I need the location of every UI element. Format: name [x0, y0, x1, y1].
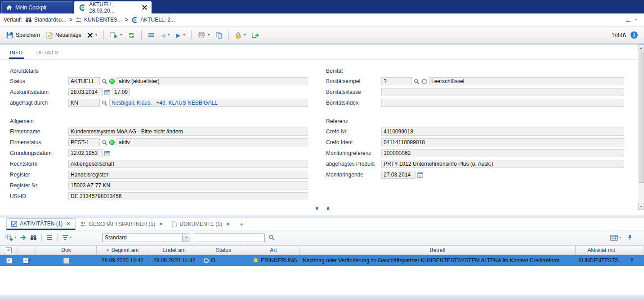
scrollbar-track[interactable] [638, 183, 644, 203]
user-link[interactable]: Nesbigall, Klaus, , +49, KLAUS NESBIGALL [112, 100, 218, 106]
monitoringreferenz-field[interactable]: 100000062 [381, 149, 624, 157]
collapse-down-icon[interactable]: ∨ [315, 205, 319, 211]
row-select-cell[interactable]: ✓ [0, 255, 18, 266]
bonitaetsklasse-field[interactable] [381, 88, 624, 96]
firmenstatus-text-field[interactable]: aktiv [116, 138, 308, 146]
header-art[interactable]: Art [247, 246, 300, 255]
select-all-checkbox[interactable]: ✓ [6, 247, 12, 253]
chevron-down-icon[interactable]: ▾ [29, 259, 31, 262]
previous-record-button[interactable]: ◀ ▾ [159, 31, 171, 40]
auskunftsdatum-field[interactable]: 28.03.2014 [68, 88, 103, 96]
window-tab-mein-cockpit[interactable]: Mein Cockpit [1, 1, 73, 13]
tab-details[interactable]: DETAILS [36, 48, 59, 59]
field-row-rechtsform: Rechtsform Aktiengesellschaft [10, 159, 308, 169]
status-text-field[interactable]: aktiv (aktuellster) [116, 77, 308, 85]
close-tab-icon[interactable]: ✕ [226, 222, 230, 227]
bonitaetsampel-code-field[interactable]: ? [381, 77, 412, 85]
tab-dokumente[interactable]: DOKUMENTE (1) ✕ [167, 218, 234, 230]
calendar-icon[interactable] [104, 89, 110, 95]
header-endet-am[interactable]: Endet am [148, 246, 200, 255]
close-tab-icon[interactable]: ✕ [66, 221, 70, 226]
header-activity-type[interactable] [18, 246, 36, 255]
lookup-icon[interactable] [102, 100, 107, 106]
grid-settings-button[interactable]: ▾ [610, 235, 621, 241]
view-select[interactable]: Standard ▾ [102, 234, 190, 242]
collapse-up-icon[interactable]: ∧ [326, 205, 330, 211]
window-tab-aktuell[interactable]: AKTUELL, 28.03.20... [74, 1, 152, 13]
lock-button[interactable]: ▾ [233, 30, 247, 40]
panel-splitter[interactable] [0, 215, 644, 218]
gruendungsdatum-field[interactable]: 12.02.1953 [68, 149, 103, 157]
bonitaetsindex-field[interactable] [381, 99, 624, 107]
pin-icon[interactable] [627, 234, 632, 241]
row-checkbox[interactable]: ✓ [6, 258, 12, 264]
breadcrumb-item-kundentest[interactable]: KUNDENTES... [76, 17, 122, 23]
search-icon[interactable] [268, 234, 275, 241]
add-related-button[interactable]: ▾ [108, 30, 124, 40]
form-scrollbar[interactable]: ▲ ▼ [638, 44, 644, 210]
header-status[interactable]: Status [200, 246, 247, 255]
info-icon[interactable]: i [631, 31, 638, 39]
row-type-cell[interactable]: ✓▾ [18, 255, 36, 266]
lookup-icon[interactable] [414, 79, 420, 84]
combo-dropdown-button[interactable]: ▾ [182, 234, 190, 242]
breadcrumb-item-standardsuche[interactable]: Standardsu... [25, 17, 66, 23]
copy-button[interactable] [214, 30, 224, 40]
close-tab-icon[interactable]: ✕ [159, 222, 163, 227]
field-row-crefo-nr: Crefo Nr. 4110099018 [326, 126, 624, 137]
print-button[interactable]: ▾ [196, 30, 211, 40]
add-tab-button[interactable]: + [234, 221, 249, 230]
history-back-icon[interactable]: ← [625, 16, 632, 24]
history-dropdown-icon[interactable]: ▾ [635, 18, 637, 22]
header-betreff[interactable]: Betreff [300, 246, 576, 255]
save-button[interactable]: Speichern [4, 30, 42, 40]
delete-button[interactable]: ▾ [86, 31, 99, 40]
breadcrumb-item-aktuell[interactable]: AKTUELL, 2... [131, 17, 175, 23]
rechtsform-field[interactable]: Aktiengesellschaft [68, 160, 308, 168]
monitoringende-field[interactable]: 27.03.2014 [381, 171, 416, 179]
auskunftszeit-field[interactable]: 17:09 [112, 88, 130, 96]
tab-info[interactable]: INFO [9, 48, 24, 59]
scroll-down-icon[interactable]: ▼ [638, 203, 644, 210]
header-beginnt-am[interactable]: Beginnt am [97, 246, 148, 255]
firmenname-field[interactable]: Kundentestsystem MoA AG - Bitte nicht än… [68, 128, 308, 136]
export-button[interactable] [250, 30, 261, 40]
calendar-icon[interactable] [104, 150, 110, 156]
new-record-button[interactable]: Neuanlage [45, 30, 83, 40]
ust-id-field[interactable]: DE 21345798013456 [68, 192, 308, 200]
filter-button[interactable]: ▾ [62, 235, 72, 240]
next-record-button[interactable]: ▶ ▾ [174, 31, 187, 40]
assign-button[interactable] [20, 235, 27, 240]
calendar-icon[interactable] [417, 172, 423, 178]
list-view-button[interactable] [146, 31, 156, 40]
abgefragtes-produkt-field[interactable]: PRTY-1012 Unternehmensinfo Plus (o. Ausk… [381, 160, 624, 168]
abgefragt-durch-code-field[interactable]: KN [68, 99, 100, 107]
status-code-field[interactable]: AKTUELL [68, 77, 100, 85]
scroll-up-icon[interactable]: ▲ [638, 44, 644, 51]
tab-aktivitaeten[interactable]: AKTIVITÄTEN (1) ✕ [6, 218, 76, 230]
delete-x-icon [88, 33, 93, 38]
search-binoculars-button[interactable] [30, 235, 37, 240]
scrollbar-thumb[interactable] [639, 52, 644, 183]
header-dok[interactable]: Dok [36, 246, 97, 255]
field-row-register: Register Handelsregister [10, 169, 308, 180]
close-tab-icon[interactable] [142, 5, 147, 10]
activity-search-input[interactable] [194, 234, 265, 242]
header-aktivitaet-mit[interactable]: Aktivität mit [576, 246, 627, 255]
register-nr-field[interactable]: 15003 AZ 77 KN [68, 181, 308, 190]
tab-geschaeftspartner[interactable]: GESCHÄFTSPARTNER (1) ✕ [76, 218, 168, 230]
crefo-ident-field[interactable]: 04114110099018 [381, 138, 624, 146]
register-field[interactable]: Handelsregister [68, 171, 308, 179]
lookup-icon[interactable] [102, 140, 107, 146]
add-activity-button[interactable]: ▾ [5, 234, 16, 241]
list-view-button[interactable] [46, 235, 53, 240]
field-row-status: Status AKTUELL aktiv (aktuellster) [10, 76, 308, 87]
header-select-all[interactable]: ✓ [0, 246, 18, 255]
abgefragt-durch-text-field[interactable]: Nesbigall, Klaus, , +49, KLAUS NESBIGALL [109, 99, 308, 107]
lookup-icon[interactable] [102, 79, 107, 84]
firmenstatus-code-field[interactable]: PEST-1 [68, 138, 100, 146]
crefo-nr-field[interactable]: 4110099018 [381, 128, 624, 136]
refresh-button[interactable] [126, 30, 137, 40]
bonitaetsampel-text-field[interactable]: Leerschlüssel [429, 77, 624, 85]
table-row[interactable]: ✓ ✓▾ 28.09.2020 14:42 28.09.2020 14:42 O… [0, 255, 644, 266]
